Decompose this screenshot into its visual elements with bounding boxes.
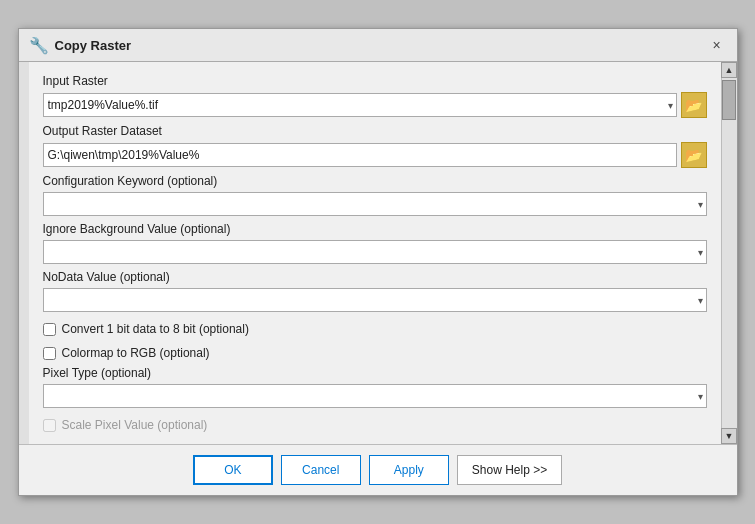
input-raster-dropdown-wrapper: tmp2019%Value%.tif — [43, 93, 677, 117]
config-keyword-dropdown-wrapper — [43, 192, 707, 216]
scroll-down-arrow[interactable]: ▼ — [721, 428, 737, 444]
convert-1bit-row: Convert 1 bit data to 8 bit (optional) — [43, 322, 707, 336]
config-keyword-label: Configuration Keyword (optional) — [43, 174, 707, 188]
title-bar: 🔧 Copy Raster × — [19, 29, 737, 62]
ignore-background-label: Ignore Background Value (optional) — [43, 222, 707, 236]
ignore-background-select[interactable] — [43, 240, 707, 264]
nodata-value-select[interactable] — [43, 288, 707, 312]
convert-1bit-label: Convert 1 bit data to 8 bit (optional) — [62, 322, 249, 336]
convert-1bit-checkbox[interactable] — [43, 323, 56, 336]
footer: OK Cancel Apply Show Help >> — [19, 444, 737, 495]
output-raster-input[interactable] — [43, 143, 677, 167]
pixel-type-select[interactable] — [43, 384, 707, 408]
ok-button[interactable]: OK — [193, 455, 273, 485]
nodata-value-label: NoData Value (optional) — [43, 270, 707, 284]
dialog-icon: 🔧 — [29, 36, 49, 55]
input-raster-row: tmp2019%Value%.tif 📂 — [43, 92, 707, 118]
input-raster-group: Input Raster tmp2019%Value%.tif 📂 — [43, 74, 707, 118]
pixel-type-label: Pixel Type (optional) — [43, 366, 707, 380]
colormap-rgb-row: Colormap to RGB (optional) — [43, 346, 707, 360]
title-bar-left: 🔧 Copy Raster — [29, 36, 132, 55]
colormap-rgb-label: Colormap to RGB (optional) — [62, 346, 210, 360]
output-raster-label: Output Raster Dataset — [43, 124, 707, 138]
copy-raster-dialog: 🔧 Copy Raster × Input Raster tmp2019%Val… — [18, 28, 738, 496]
output-raster-row: 📂 — [43, 142, 707, 168]
apply-button[interactable]: Apply — [369, 455, 449, 485]
output-raster-browse-button[interactable]: 📂 — [681, 142, 707, 168]
ignore-background-group: Ignore Background Value (optional) — [43, 222, 707, 264]
config-keyword-select[interactable] — [43, 192, 707, 216]
input-raster-browse-button[interactable]: 📂 — [681, 92, 707, 118]
input-raster-select[interactable]: tmp2019%Value%.tif — [43, 93, 677, 117]
cancel-button[interactable]: Cancel — [281, 455, 361, 485]
scrollbar[interactable]: ▲ ▼ — [721, 62, 737, 444]
output-raster-group: Output Raster Dataset 📂 — [43, 124, 707, 168]
left-indicator — [19, 62, 29, 444]
main-content: Input Raster tmp2019%Value%.tif 📂 Output… — [29, 62, 721, 444]
pixel-type-group: Pixel Type (optional) — [43, 366, 707, 408]
colormap-rgb-checkbox[interactable] — [43, 347, 56, 360]
dialog-title: Copy Raster — [55, 38, 132, 53]
scroll-up-arrow[interactable]: ▲ — [721, 62, 737, 78]
config-keyword-group: Configuration Keyword (optional) — [43, 174, 707, 216]
show-help-button[interactable]: Show Help >> — [457, 455, 562, 485]
scroll-thumb[interactable] — [722, 80, 736, 120]
scale-pixel-label: Scale Pixel Value (optional) — [62, 418, 208, 432]
nodata-value-dropdown-wrapper — [43, 288, 707, 312]
nodata-value-group: NoData Value (optional) — [43, 270, 707, 312]
scale-pixel-checkbox[interactable] — [43, 419, 56, 432]
close-button[interactable]: × — [707, 35, 727, 55]
dialog-body: Input Raster tmp2019%Value%.tif 📂 Output… — [19, 62, 737, 444]
scale-pixel-row: Scale Pixel Value (optional) — [43, 418, 707, 432]
input-raster-label: Input Raster — [43, 74, 707, 88]
ignore-background-dropdown-wrapper — [43, 240, 707, 264]
pixel-type-dropdown-wrapper — [43, 384, 707, 408]
